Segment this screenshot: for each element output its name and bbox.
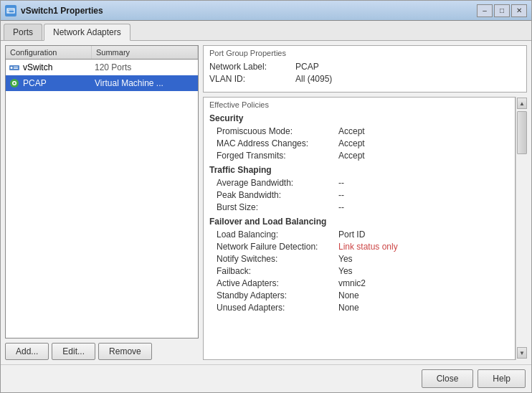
close-window-button[interactable]: ✕ (511, 4, 527, 17)
port-group-properties-box: Port Group Properties Network Label: PCA… (203, 45, 527, 93)
svg-point-4 (11, 67, 13, 69)
promiscuous-mode-value: Accept (338, 126, 365, 136)
load-balancing-row: Load Balancing: Port ID (209, 229, 509, 240)
vlan-id-value: All (4095) (295, 74, 332, 84)
vswitch-config-label: vSwitch (23, 62, 95, 72)
network-label-row: Network Label: PCAP (209, 62, 521, 72)
effective-policies-box: Effective Policies Security Promiscuous … (203, 97, 516, 360)
config-row-vswitch[interactable]: vSwitch 120 Ports (6, 60, 198, 75)
forged-transmits-row: Forged Transmits: Accept (209, 151, 509, 161)
switch-icon (9, 62, 20, 73)
burst-size-row: Burst Size: -- (209, 202, 509, 212)
network-label-value: PCAP (295, 62, 319, 72)
network-failure-detection-value: Link status only (338, 242, 398, 252)
svg-rect-6 (14, 68, 18, 69)
config-table-header: Configuration Summary (6, 46, 198, 60)
unused-adapters-row: Unused Adapters: None (209, 303, 509, 313)
unused-adapters-label: Unused Adapters: (217, 303, 338, 313)
content-area: Configuration Summary vSwitch 120 P (1, 41, 531, 364)
forged-transmits-label: Forged Transmits: (217, 151, 338, 161)
network-failure-detection-label: Network Failure Detection: (217, 242, 338, 252)
left-buttons: Add... Edit... Remove (5, 343, 199, 360)
failover-heading: Failover and Load Balancing (209, 217, 509, 227)
network-label-label: Network Label: (209, 62, 295, 72)
title-bar-left: vSwitch1 Properties (5, 5, 103, 16)
peak-bandwidth-row: Peak Bandwidth: -- (209, 190, 509, 200)
title-bar: vSwitch1 Properties – □ ✕ (1, 1, 531, 21)
failback-label: Failback: (217, 266, 338, 276)
failback-value: Yes (338, 266, 353, 276)
network-icon (9, 77, 20, 89)
active-adapters-label: Active Adapters: (217, 278, 338, 288)
tab-bar: Ports Network Adapters (1, 21, 531, 41)
burst-size-value: -- (338, 202, 344, 212)
vlan-id-label: VLAN ID: (209, 74, 295, 84)
promiscuous-mode-row: Promiscuous Mode: Accept (209, 126, 509, 136)
col-header-summary: Summary (92, 46, 198, 59)
promiscuous-mode-label: Promiscuous Mode: (217, 126, 338, 136)
burst-size-label: Burst Size: (217, 202, 338, 212)
left-panel: Configuration Summary vSwitch 120 P (5, 45, 199, 360)
load-balancing-label: Load Balancing: (217, 229, 338, 240)
forged-transmits-value: Accept (338, 151, 365, 161)
notify-switches-row: Notify Switches: Yes (209, 254, 509, 264)
effective-policies-title: Effective Policies (209, 100, 509, 109)
bottom-bar: Close Help (1, 364, 531, 392)
scrollbar-thumb[interactable] (517, 111, 527, 154)
average-bandwidth-value: -- (338, 178, 344, 188)
pcap-summary-label: Virtual Machine ... (95, 78, 195, 88)
active-adapters-row: Active Adapters: vmnic2 (209, 278, 509, 288)
tab-ports[interactable]: Ports (4, 24, 42, 40)
svg-rect-5 (14, 67, 18, 67)
mac-address-changes-label: MAC Address Changes: (217, 138, 338, 148)
right-content: Effective Policies Security Promiscuous … (203, 97, 516, 360)
tab-network-adapters[interactable]: Network Adapters (44, 24, 130, 41)
vswitch-summary-label: 120 Ports (95, 62, 195, 72)
minimize-button[interactable]: – (477, 4, 493, 17)
maximize-button[interactable]: □ (494, 4, 510, 17)
effective-policies-panel: Effective Policies Security Promiscuous … (203, 97, 527, 360)
standby-adapters-label: Standby Adapters: (217, 290, 338, 300)
col-header-configuration: Configuration (6, 46, 92, 59)
title-bar-controls: – □ ✕ (477, 4, 527, 17)
peak-bandwidth-label: Peak Bandwidth: (217, 190, 338, 200)
failback-row: Failback: Yes (209, 266, 509, 276)
standby-adapters-value: None (338, 290, 359, 300)
network-failure-detection-row: Network Failure Detection: Link status o… (209, 242, 509, 252)
pcap-config-label: PCAP (23, 78, 95, 88)
main-window: vSwitch1 Properties – □ ✕ Ports Network … (0, 0, 532, 393)
load-balancing-value: Port ID (338, 229, 365, 240)
average-bandwidth-label: Average Bandwidth: (217, 178, 338, 188)
add-button[interactable]: Add... (5, 343, 49, 360)
security-heading: Security (209, 113, 509, 123)
standby-adapters-row: Standby Adapters: None (209, 290, 509, 300)
traffic-shaping-heading: Traffic Shaping (209, 165, 509, 175)
notify-switches-value: Yes (338, 254, 353, 264)
average-bandwidth-row: Average Bandwidth: -- (209, 178, 509, 188)
active-adapters-value: vmnic2 (338, 278, 366, 288)
help-button[interactable]: Help (478, 369, 526, 388)
config-row-pcap[interactable]: PCAP Virtual Machine ... (6, 75, 198, 91)
vlan-id-row: VLAN ID: All (4095) (209, 74, 521, 84)
remove-button[interactable]: Remove (98, 343, 152, 360)
scroll-up-button[interactable]: ▲ (517, 98, 527, 109)
svg-point-9 (14, 82, 16, 85)
notify-switches-label: Notify Switches: (217, 254, 338, 264)
edit-button[interactable]: Edit... (52, 343, 95, 360)
scrollbar[interactable]: ▲ ▼ (516, 97, 527, 360)
port-group-properties-title: Port Group Properties (209, 49, 521, 57)
config-table: Configuration Summary vSwitch 120 P (5, 45, 199, 338)
window-icon (5, 5, 16, 16)
right-panel: Port Group Properties Network Label: PCA… (203, 45, 527, 360)
peak-bandwidth-value: -- (338, 190, 344, 200)
mac-address-changes-value: Accept (338, 138, 365, 148)
close-button[interactable]: Close (422, 369, 474, 388)
unused-adapters-value: None (338, 303, 359, 313)
mac-address-changes-row: MAC Address Changes: Accept (209, 138, 509, 148)
scroll-down-button[interactable]: ▼ (517, 347, 527, 359)
window-title: vSwitch1 Properties (21, 6, 103, 16)
